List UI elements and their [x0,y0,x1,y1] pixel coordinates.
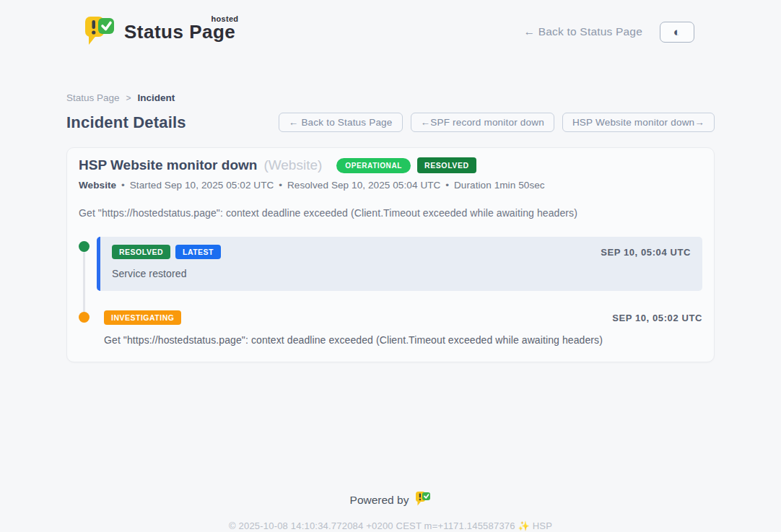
breadcrumb-separator: > [126,93,131,103]
next-incident-button[interactable]: HSP Website monitor down→ [562,113,715,132]
timeline-badge-row: RESOLVED LATEST SEP 10, 05:04 UTC [112,245,691,259]
incident-scope: (Website) [263,157,322,173]
incident-service: Website [79,180,116,191]
incident-nav-buttons: ← Back to Status Page ←SPF record monito… [279,113,715,132]
timeline-badge-row: INVESTIGATING SEP 10, 05:02 UTC [104,310,702,325]
incident-description: Get "https://hostedstatus.page": context… [79,207,702,219]
incident-title: HSP Website monitor down [79,157,257,173]
timeline-timestamp: SEP 10, 05:02 UTC [612,313,702,323]
powered-by-link[interactable]: Powered by [350,491,432,509]
operational-status-badge: OPERATIONAL [336,158,411,173]
meta-separator: • [276,180,284,191]
breadcrumb-incident: Incident [138,92,175,103]
page-footer: Powered by © 2025-10-08 14:10:34.772084 … [0,491,781,531]
prev-incident-button[interactable]: ←SPF record monitor down [411,113,554,132]
latest-badge: LATEST [175,245,221,259]
theme-toggle-button[interactable]: ◐ [660,22,694,43]
timeline-message: Service restored [112,268,691,279]
resolved-status-badge: RESOLVED [417,157,476,173]
back-to-status-page-link[interactable]: ← Back to Status Page [524,25,642,38]
investigating-badge: INVESTIGATING [104,310,181,325]
back-to-status-page-button[interactable]: ← Back to Status Page [279,113,403,132]
breadcrumb-status-page[interactable]: Status Page [66,92,120,103]
timeline-timestamp: SEP 10, 05:04 UTC [601,247,691,258]
circle-half-icon: ◐ [673,26,681,38]
status-page-logo-icon-small [415,491,431,509]
incident-meta: Website • Started Sep 10, 2025 05:02 UTC… [79,180,702,191]
powered-by-label: Powered by [350,494,409,507]
timeline-message: Get "https://hostedstatus.page": context… [104,334,702,346]
breadcrumb: Status Page > Incident [66,92,715,103]
resolved-badge: RESOLVED [112,245,170,259]
incident-card: HSP Website monitor down (Website) OPERA… [66,147,715,362]
incident-resolved: Resolved Sep 10, 2025 05:04 UTC [287,180,440,191]
timeline-entry-investigating: INVESTIGATING SEP 10, 05:02 UTC Get "htt… [79,310,702,346]
timeline-entry-body: RESOLVED LATEST SEP 10, 05:04 UTC Servic… [97,237,702,291]
status-page-logo-icon [84,15,115,48]
copyright-text: © 2025-10-08 14:10:34.772084 +0200 CEST … [0,520,781,531]
main-content: Status Page > Incident Incident Details … [66,92,715,362]
title-row: Incident Details ← Back to Status Page ←… [66,113,715,132]
timeline-entry-resolved: RESOLVED LATEST SEP 10, 05:04 UTC Servic… [79,237,702,291]
timeline-dot-resolved [79,241,90,252]
status-page-logo[interactable]: Status Page hosted [84,15,235,48]
timeline-entry-body: INVESTIGATING SEP 10, 05:02 UTC Get "htt… [97,310,702,346]
logo-title: Status Page hosted [124,21,235,43]
header-actions: ← Back to Status Page ◐ [524,22,694,43]
page-title: Incident Details [66,113,186,132]
incident-timeline: RESOLVED LATEST SEP 10, 05:04 UTC Servic… [79,237,702,346]
meta-separator: • [119,180,127,191]
incident-duration: Duration 1min 50sec [454,180,545,191]
meta-separator: • [443,180,451,191]
timeline-dot-investigating [79,312,90,323]
logo-superscript: hosted [211,14,238,23]
incident-started: Started Sep 10, 2025 05:02 UTC [130,180,274,191]
incident-card-header: HSP Website monitor down (Website) OPERA… [79,157,702,173]
top-bar: Status Page hosted ← Back to Status Page… [0,0,781,52]
